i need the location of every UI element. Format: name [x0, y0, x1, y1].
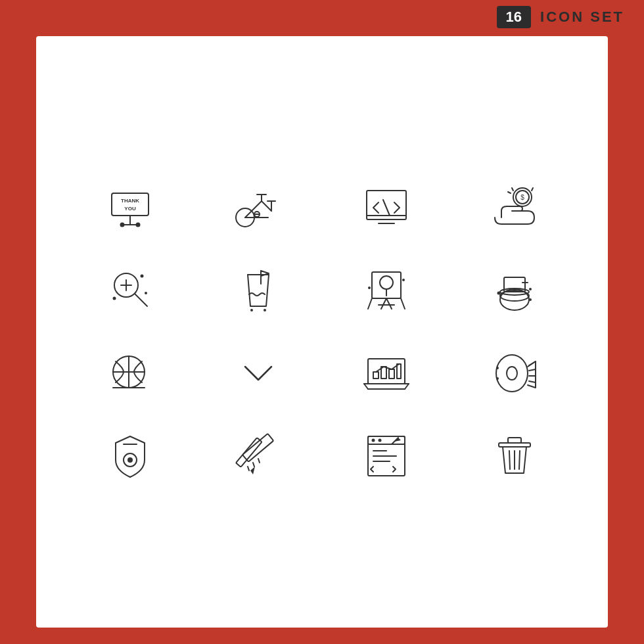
svg-line-21	[383, 200, 390, 216]
svg-line-26	[508, 192, 511, 193]
svg-line-79	[529, 381, 536, 382]
svg-line-44	[368, 298, 372, 309]
svg-line-88	[248, 467, 249, 471]
svg-rect-100	[508, 438, 521, 443]
svg-point-56	[529, 288, 532, 290]
svg-point-57	[529, 298, 532, 301]
badge-shield-icon	[66, 418, 194, 494]
svg-rect-69	[389, 369, 394, 379]
svg-line-104	[519, 451, 520, 469]
svg-line-45	[401, 298, 405, 309]
svg-point-49	[402, 279, 405, 281]
svg-line-64	[364, 384, 368, 389]
svg-line-72	[384, 367, 392, 369]
svg-line-71	[376, 367, 384, 372]
code-document-icon	[322, 418, 450, 494]
ruler-pencil-icon	[194, 418, 322, 494]
svg-line-90	[258, 459, 260, 463]
svg-point-84	[127, 457, 133, 463]
svg-point-74	[496, 355, 528, 392]
svg-point-34	[145, 292, 147, 294]
laptop-chart-icon	[322, 335, 450, 411]
svg-rect-70	[397, 364, 401, 379]
drink-glass-icon	[194, 252, 322, 329]
art-canvas-icon	[322, 252, 450, 329]
svg-point-81	[496, 377, 499, 380]
svg-line-76	[529, 361, 536, 365]
svg-text:YOU: YOU	[124, 206, 136, 212]
main-card: THANK YOU	[36, 36, 608, 628]
icon-set-title: ICON SET	[540, 9, 624, 26]
svg-text:$: $	[520, 194, 524, 201]
svg-point-4	[136, 223, 139, 227]
code-screen-icon	[322, 170, 450, 246]
search-plus-icon	[66, 252, 194, 329]
icon-grid: THANK YOU	[53, 163, 591, 501]
svg-point-48	[368, 287, 371, 289]
trash-bin-icon	[450, 418, 578, 494]
svg-point-39	[264, 309, 266, 311]
svg-text:THANK: THANK	[121, 198, 139, 204]
svg-line-102	[509, 451, 510, 469]
money-hand-icon: $	[450, 170, 578, 246]
svg-point-3	[120, 223, 124, 227]
svg-line-77	[529, 369, 536, 371]
toilet-paper-icon	[450, 335, 578, 411]
toilet-icon	[450, 252, 578, 329]
svg-point-75	[507, 367, 517, 380]
svg-line-65	[405, 384, 409, 389]
svg-rect-0	[112, 193, 149, 216]
svg-line-9	[262, 201, 271, 211]
svg-line-89	[253, 463, 254, 467]
svg-marker-86	[250, 467, 255, 474]
svg-point-93	[371, 439, 375, 442]
svg-rect-67	[373, 372, 379, 379]
basketball-icon	[66, 335, 194, 411]
svg-line-25	[512, 188, 513, 191]
svg-point-55	[497, 292, 500, 295]
svg-line-42	[386, 298, 392, 309]
badge-number: 16	[497, 6, 531, 28]
svg-point-46	[380, 276, 393, 289]
svg-point-94	[378, 439, 381, 442]
top-bar: 16 ICON SET	[0, 0, 644, 34]
svg-point-80	[496, 367, 499, 369]
exercise-bike-icon	[194, 170, 322, 246]
svg-line-31	[135, 294, 147, 306]
heart-chevron-icon	[194, 335, 322, 411]
svg-line-73	[392, 364, 399, 369]
svg-point-38	[250, 309, 253, 311]
svg-point-33	[140, 275, 143, 278]
svg-line-41	[381, 298, 386, 309]
svg-line-27	[532, 188, 533, 191]
thank-you-sign-icon: THANK YOU	[66, 170, 194, 246]
svg-point-32	[112, 297, 116, 300]
